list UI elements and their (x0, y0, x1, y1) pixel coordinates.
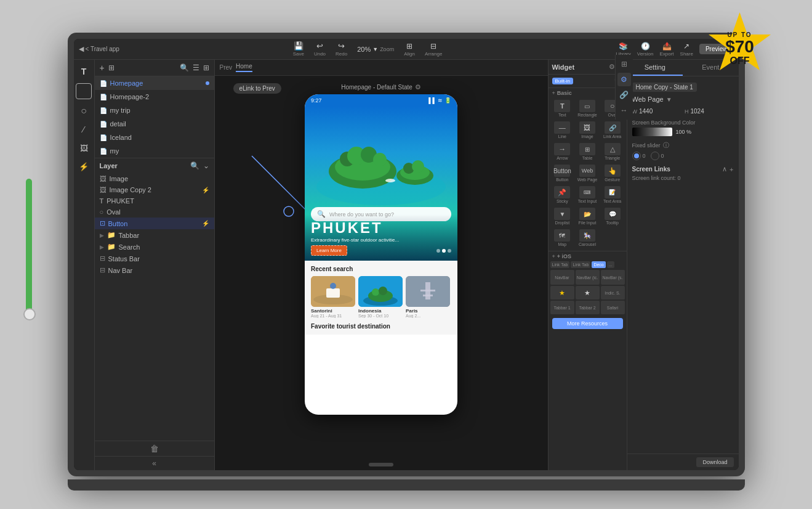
widget-line[interactable]: — Line (550, 120, 575, 140)
canvas-hscroll[interactable] (369, 463, 393, 466)
widget-triangle[interactable]: △ Triangle (600, 141, 625, 162)
tabbar-1[interactable]: Tabbar 1 (550, 301, 574, 314)
layer-item-oval[interactable]: ○ Oval (95, 206, 214, 218)
tab-setting[interactable]: Setting (627, 60, 683, 76)
screen-link-add-icon[interactable]: + (730, 166, 733, 173)
rp-icon-2[interactable]: ⚙ (617, 73, 631, 86)
home-tab[interactable]: Home (236, 63, 252, 72)
widget-text[interactable]: T Text (550, 98, 575, 119)
page-item-detail[interactable]: 📄 detail (95, 117, 214, 131)
card-paris[interactable]: Paris Aug 2... (406, 276, 450, 318)
state-badge[interactable]: Home Copy - State 1 (632, 83, 697, 92)
widget-rectangle[interactable]: ▭ Rectangle (575, 98, 600, 119)
widget-map[interactable]: 🗺 Map (550, 227, 575, 248)
layer-item-search[interactable]: ▶ 📁 Search (95, 241, 214, 253)
download-button[interactable]: Download (696, 457, 733, 467)
page-item-mytrip[interactable]: 📄 my trip (95, 104, 214, 117)
safari-widget[interactable]: Safari (601, 301, 625, 314)
ios-deco[interactable]: Deco (592, 261, 605, 268)
ios-link-tab1[interactable]: Link Tab (550, 261, 570, 268)
navbar-3[interactable]: NavBar (s. (601, 270, 625, 285)
more-resources-button[interactable]: More Resources (552, 318, 623, 329)
card-santorini[interactable]: Santorini Aug 21 - Aug 31 (311, 276, 355, 318)
page-item-my[interactable]: 📄 my (95, 144, 214, 158)
widget-webpage[interactable]: Web Web Page (575, 163, 600, 184)
widget-tooltip[interactable]: 💬 Tooltip (600, 206, 625, 227)
prev-tab[interactable]: Prev (220, 64, 233, 71)
search-pages-icon[interactable]: 🔍 (180, 63, 189, 72)
rp-icon-3[interactable]: 🔗 (617, 88, 631, 102)
tool-image[interactable]: 🖼 (76, 140, 92, 156)
save-button[interactable]: 💾 Save (293, 41, 304, 57)
tool-text[interactable]: T (76, 63, 92, 79)
back-button[interactable]: ◀ < Travel app (79, 45, 119, 53)
width-field[interactable]: W 1440 (632, 108, 681, 115)
share-button[interactable]: ↗ Share (680, 42, 693, 57)
card-indonesia[interactable]: Indonesia Sep 30 - Oct 10 (358, 276, 403, 318)
color-swatch[interactable] (632, 128, 672, 136)
align-button[interactable]: ⊞ Align (404, 42, 415, 57)
slider-opt-2[interactable]: 0 (651, 152, 664, 160)
ios-link-tab2[interactable]: Link Tab (571, 261, 590, 268)
widget-arrow[interactable]: → Arrow (550, 141, 575, 162)
layer-item-image[interactable]: 🖼 Image (95, 173, 214, 184)
widget-gesture[interactable]: 👆 Gesture (600, 163, 625, 184)
layer-item-status-bar[interactable]: ⊟ Status Bar (95, 253, 214, 264)
widget-file-input[interactable]: 📂 File Input (575, 206, 600, 227)
undo-button[interactable]: ↩ Undo (314, 41, 326, 57)
widget-link-area[interactable]: 🔗 Link Area (600, 120, 625, 140)
widget-table[interactable]: ⊞ Table (575, 141, 600, 162)
ios-extra[interactable]: ... (607, 261, 614, 268)
fixed-slider-info-icon[interactable]: ⓘ (663, 141, 669, 150)
layer-item-nav-bar[interactable]: ⊟ Nav Bar (95, 264, 214, 276)
library-button[interactable]: 📚 Library (616, 42, 630, 57)
pages-grid-icon[interactable]: ⊞ (108, 63, 115, 72)
learn-more-button[interactable]: Learn More (311, 245, 347, 256)
navbar-1[interactable]: NavBar (550, 270, 574, 285)
layer-item-phuket[interactable]: T PHUKET (95, 195, 214, 206)
widget-triangle2[interactable]: Button Button (550, 163, 575, 184)
widget-sticky[interactable]: 📌 Sticky (550, 184, 575, 205)
tool-line[interactable]: ∕ (76, 121, 92, 137)
page-item-iceland[interactable]: 📄 Iceland (95, 131, 214, 144)
search-layer-icon[interactable]: 🔍 (190, 161, 199, 170)
add-page-button[interactable]: + (100, 63, 105, 73)
rp-icon-4[interactable]: ↔ (617, 104, 631, 117)
ios-star-icon2[interactable]: ★ (576, 286, 600, 299)
screen-link-collapse-icon[interactable]: ∧ (722, 165, 727, 173)
layer-item-image-copy2[interactable]: 🖼 Image Copy 2 ⚡ (95, 184, 214, 195)
rp-icon-1[interactable]: ⊞ (617, 60, 631, 71)
slider-opt-1[interactable]: 0 (632, 152, 646, 160)
collapse-panel-button[interactable]: « (95, 456, 214, 470)
layer-item-tabbar[interactable]: ▶ 📁 Tabbar (95, 229, 214, 241)
delete-icon[interactable]: 🗑 (150, 444, 159, 454)
tabbar-2[interactable]: Tabbar 2 (576, 301, 600, 314)
tool-oval[interactable]: ○ (76, 103, 92, 119)
tool-rectangle[interactable] (76, 83, 92, 99)
redo-button[interactable]: ↪ Redo (336, 41, 347, 57)
widget-text-input[interactable]: ⌨ Text Input (575, 184, 600, 205)
widget-carousel[interactable]: 🎠 Carousel (575, 227, 600, 248)
arrange-button[interactable]: ⊟ Arrange (425, 42, 442, 57)
navbar-2[interactable]: NavBar (ic. (576, 270, 600, 285)
ios-star-icon1[interactable]: ★ (550, 286, 574, 299)
export-button[interactable]: 📤 Export (659, 42, 673, 57)
layer-item-button[interactable]: ⊡ Button ⚡ (95, 218, 214, 229)
widget-filter-badge[interactable]: Built-in (552, 78, 573, 84)
page-item-homepage[interactable]: 📄 Homepage (95, 76, 214, 90)
tool-component[interactable]: ⚡ (76, 158, 92, 174)
widget-droplist[interactable]: ▼ Droplist (550, 206, 575, 227)
page-settings-icon[interactable]: ⚙ (415, 83, 421, 91)
widget-textarea[interactable]: 📝 Text Area (600, 184, 625, 205)
expand-layer-icon[interactable]: ⌄ (203, 161, 209, 170)
height-field[interactable]: H 1024 (685, 108, 734, 115)
widget-filter-icon[interactable]: ⚙ (609, 63, 615, 71)
zoom-control[interactable]: 20% ▼ Zoom (357, 46, 394, 53)
page-item-homepage2[interactable]: 📄 Homepage-2 (95, 90, 214, 104)
version-button[interactable]: 🕐 Version (637, 42, 654, 57)
widget-image[interactable]: 🖼 Image (575, 120, 600, 140)
ios-extra-widget[interactable]: Indic. S. (601, 286, 625, 299)
pages-list-icon[interactable]: ☰ (193, 63, 199, 72)
elink-pill[interactable]: eLink to Prev (233, 83, 281, 94)
pages-grid-view-icon[interactable]: ⊞ (203, 63, 209, 72)
